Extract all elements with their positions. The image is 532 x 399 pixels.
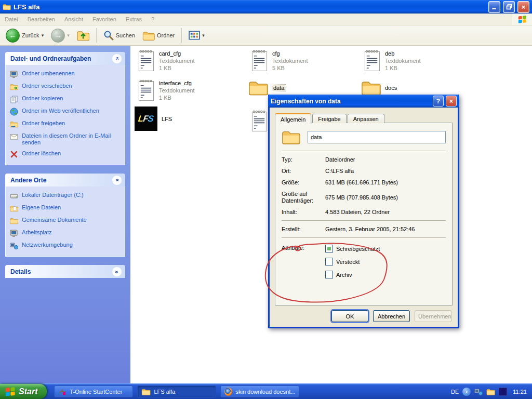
close-icon: ×: [449, 98, 453, 105]
checkbox-versteckt[interactable]: Versteckt: [325, 258, 380, 265]
folder-icon: [282, 129, 300, 144]
restore-button[interactable]: [503, 1, 515, 13]
divider: [282, 237, 446, 238]
taskbar-item-firefox[interactable]: skin download doesnt...: [220, 385, 299, 397]
tray-network-icon[interactable]: [474, 388, 483, 396]
folder-icon: [361, 79, 381, 96]
file-lfs[interactable]: LFS LFS: [135, 107, 172, 131]
checkbox-archiv[interactable]: Archiv: [325, 271, 380, 278]
sidebar-item-rename-folder[interactable]: Ordner umbenennen: [10, 70, 121, 78]
computer-icon: [10, 229, 18, 237]
language-indicator[interactable]: DE: [451, 389, 459, 395]
back-icon: ←: [6, 29, 20, 43]
file-cfg[interactable]: cfg Textdokument 5 KB: [251, 49, 308, 72]
windows-flag-icon: [5, 387, 16, 396]
dialog-titlebar[interactable]: Eigenschaften von data ? ×: [268, 95, 459, 108]
collapse-chevron-icon[interactable]: »: [112, 54, 122, 64]
file-card_cfg[interactable]: card_cfg Textdokument 1 KB: [138, 49, 194, 72]
file-type: Textdokument: [159, 58, 194, 64]
tray-collapse-icon[interactable]: ‹: [462, 388, 471, 396]
clock: 11:21: [513, 389, 527, 395]
sidebar-item-email-files[interactable]: Dateien in diesem Ordner in E-Mail sende…: [10, 132, 121, 146]
menu-bar: Datei Bearbeiten Ansicht Favoriten Extra…: [0, 14, 532, 25]
tray-app-icon[interactable]: [499, 388, 507, 396]
menu-help[interactable]: ?: [147, 16, 159, 22]
task-pane: Datei- und Ordneraufgaben » Ordner umben…: [0, 46, 130, 383]
copy-folder-icon: [10, 95, 18, 103]
panel-details-header[interactable]: Details »: [5, 265, 125, 278]
sidebar-item-share-folder[interactable]: Ordner freigeben: [10, 120, 121, 128]
checkbox-empty-icon[interactable]: [325, 258, 333, 265]
sidebar-item-publish-web[interactable]: Ordner im Web veröffentlichen: [10, 108, 121, 116]
expand-chevron-icon[interactable]: »: [112, 267, 122, 277]
menu-ansicht[interactable]: Ansicht: [60, 16, 88, 22]
panel-file-tasks-header[interactable]: Datei- und Ordneraufgaben »: [5, 52, 125, 65]
taskbar-item-lfs-alfa[interactable]: LFS alfa: [137, 385, 216, 397]
folder-data[interactable]: data: [248, 79, 285, 96]
panel-other-places-header[interactable]: Andere Orte »: [5, 174, 125, 187]
up-button[interactable]: [74, 28, 92, 43]
tab-freigabe[interactable]: Freigabe: [312, 114, 346, 123]
sidebar-item-my-computer[interactable]: Arbeitsplatz: [10, 229, 121, 237]
tray-folder-icon[interactable]: [486, 388, 495, 395]
back-dropdown-icon[interactable]: ▾: [42, 33, 44, 38]
back-button[interactable]: ← Zurück ▾: [3, 27, 46, 44]
network-icon: [10, 242, 18, 250]
delete-x-icon: [10, 150, 18, 158]
menu-favoriten[interactable]: Favoriten: [88, 16, 121, 22]
panel-details: Details »: [5, 265, 125, 278]
documents-folder-icon: [10, 204, 18, 212]
sidebar-item-shared-documents[interactable]: Gemeinsame Dokumente: [10, 217, 121, 225]
checkbox-mixed-icon[interactable]: [325, 245, 333, 252]
sidebar-item-network[interactable]: Netzwerkumgebung: [10, 242, 121, 250]
checkbox-schreibgeschuetzt[interactable]: Schreibgeschützt: [325, 245, 380, 252]
dialog-close-button[interactable]: ×: [446, 96, 457, 107]
lfs-logo-icon: LFS: [135, 107, 157, 131]
help-icon: ?: [436, 98, 440, 105]
file-hidden-document[interactable]: [251, 109, 268, 132]
file-type: Textdokument: [159, 87, 194, 94]
search-icon: [103, 30, 114, 41]
sidebar-item-local-disk-c[interactable]: Lokaler Datenträger (C:): [10, 192, 121, 200]
cancel-button[interactable]: Abbrechen: [373, 310, 410, 322]
search-button[interactable]: Suchen: [101, 29, 138, 42]
file-deb[interactable]: deb Textdokument 1 KB: [364, 49, 420, 72]
system-tray: DE ‹ 11:21: [445, 384, 532, 399]
folder-name: docs: [385, 85, 397, 91]
sidebar-item-my-documents[interactable]: Eigene Dateien: [10, 204, 121, 212]
folder-name-input[interactable]: [308, 131, 446, 143]
checkbox-empty-icon[interactable]: [325, 271, 333, 278]
text-document-icon: [138, 49, 155, 72]
firefox-icon: [224, 388, 232, 396]
views-button[interactable]: ▾: [186, 29, 207, 42]
file-name: LFS: [162, 116, 172, 122]
forward-button[interactable]: → ▾: [48, 27, 72, 44]
collapse-chevron-icon[interactable]: »: [112, 175, 122, 185]
menu-bearbeiten[interactable]: Bearbeiten: [23, 16, 60, 22]
start-button[interactable]: Start: [0, 384, 47, 399]
close-button[interactable]: ×: [517, 1, 529, 13]
sidebar-item-copy-folder[interactable]: Ordner kopieren: [10, 95, 121, 103]
tab-anpassen[interactable]: Anpassen: [348, 114, 384, 123]
file-interface_cfg[interactable]: interface_cfg Textdokument 1 KB: [138, 78, 194, 102]
folders-button[interactable]: Ordner: [140, 29, 177, 42]
forward-icon: →: [51, 29, 65, 43]
menu-datei[interactable]: Datei: [0, 16, 23, 22]
attributes-label: Attribute:: [282, 245, 325, 278]
file-name: interface_cfg: [159, 80, 192, 86]
folder-icon: [141, 388, 151, 395]
globe-icon: [10, 108, 18, 116]
minimize-button[interactable]: [488, 1, 500, 13]
property-row-groesse: Größe: 631 MB (661.696.171 Bytes): [282, 179, 446, 186]
sidebar-item-move-folder[interactable]: Ordner verschieben: [10, 83, 121, 91]
window-titlebar[interactable]: LFS alfa ×: [0, 0, 532, 14]
ok-button[interactable]: OK: [331, 310, 368, 322]
dialog-help-button[interactable]: ?: [433, 96, 444, 107]
sidebar-item-delete-folder[interactable]: Ordner löschen: [10, 150, 121, 158]
file-name: deb: [385, 50, 394, 57]
views-dropdown-icon: ▾: [202, 33, 205, 38]
folder-docs[interactable]: docs: [361, 79, 397, 96]
tab-allgemein[interactable]: Allgemein: [275, 113, 311, 124]
menu-extras[interactable]: Extras: [121, 16, 147, 22]
taskbar-item-tonline[interactable]: T-Online StartCenter: [54, 385, 133, 397]
